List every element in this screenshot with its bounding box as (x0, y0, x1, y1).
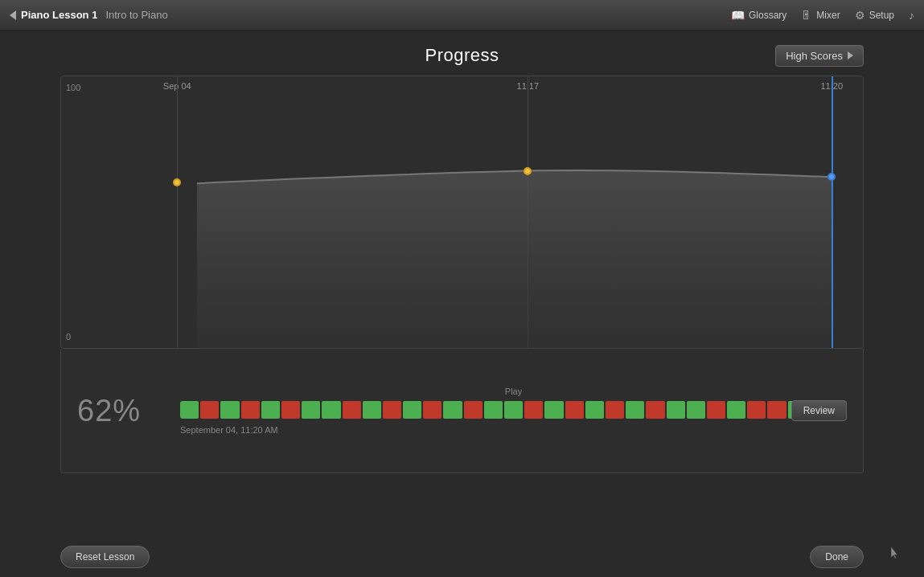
topbar-right-controls: 📖 Glossary 🎚 Mixer ⚙ Setup ♪ (731, 9, 914, 22)
music-icon: ♪ (909, 9, 914, 22)
bar-segment-11 (403, 401, 421, 419)
data-point-sep04 (173, 178, 181, 186)
progress-bar-track (180, 401, 847, 419)
done-label: Done (825, 551, 848, 563)
y-axis-max: 100 (66, 83, 80, 92)
book-icon: 📖 (731, 9, 745, 22)
chart-inner: Sep 04 11:17 11:20 (84, 76, 863, 348)
data-point-1120 (827, 173, 836, 181)
chart-svg (106, 76, 863, 348)
bar-segment-22 (626, 401, 644, 419)
bar-segment-28 (747, 401, 766, 419)
progress-area: Play September 04, 11:20 AM (180, 387, 847, 435)
bar-segment-13 (443, 401, 462, 419)
bar-segment-29 (767, 401, 786, 419)
page-title-area: Progress High Scores (60, 31, 864, 76)
score-suffix: % (113, 394, 141, 428)
setup-label: Setup (869, 10, 894, 21)
reset-label: Reset Lesson (76, 551, 134, 563)
bar-segment-14 (464, 401, 483, 419)
reset-lesson-button[interactable]: Reset Lesson (60, 546, 150, 568)
score-value: 62 (77, 394, 113, 428)
bar-segment-18 (544, 401, 563, 419)
bar-segment-17 (524, 401, 543, 419)
glossary-control[interactable]: 📖 Glossary (731, 9, 786, 22)
bar-segment-23 (646, 401, 664, 419)
session-date-label: September 04, 11:20 AM (180, 425, 847, 435)
review-label: Review (803, 405, 835, 416)
high-scores-button[interactable]: High Scores (775, 45, 864, 67)
footer: Reset Lesson Done (0, 537, 924, 577)
bar-segment-0 (180, 401, 199, 419)
music-control[interactable]: ♪ (909, 9, 914, 22)
bar-segment-6 (302, 401, 320, 419)
progress-chart: 100 0 Sep 04 11:17 11:20 (60, 76, 864, 349)
back-arrow-icon (10, 10, 16, 20)
bar-segment-12 (423, 401, 441, 419)
glossary-label: Glossary (749, 10, 786, 21)
setup-control[interactable]: ⚙ Setup (855, 9, 894, 22)
bar-segment-21 (606, 401, 624, 419)
bar-segment-15 (484, 401, 503, 419)
mixer-icon: 🎚 (801, 9, 812, 22)
score-display: 62% (77, 394, 166, 428)
mixer-label: Mixer (816, 10, 840, 21)
bar-segment-7 (322, 401, 340, 419)
bar-segment-9 (363, 401, 381, 419)
review-button[interactable]: Review (791, 400, 847, 421)
bar-segment-1 (200, 401, 219, 419)
bar-segment-5 (281, 401, 300, 419)
lesson-subtitle: Intro to Piano (105, 9, 167, 21)
bar-segment-19 (565, 401, 584, 419)
done-button[interactable]: Done (810, 546, 864, 568)
bar-segment-25 (687, 401, 705, 419)
mixer-control[interactable]: 🎚 Mixer (801, 9, 840, 22)
high-scores-label: High Scores (786, 50, 843, 62)
bar-segment-20 (585, 401, 604, 419)
bar-segment-16 (504, 401, 523, 419)
bottom-panel: 62% Play September 04, 11:20 AM Review (60, 349, 864, 473)
bar-segment-4 (261, 401, 280, 419)
main-content: Progress High Scores 100 0 Sep 04 11:17 … (0, 31, 924, 473)
data-point-1117 (524, 167, 532, 175)
play-label: Play (180, 387, 847, 396)
topbar: Piano Lesson 1 Intro to Piano 📖 Glossary… (0, 0, 924, 31)
bar-segment-3 (241, 401, 260, 419)
page-title: Progress (425, 45, 499, 66)
bar-segment-10 (383, 401, 401, 419)
gear-icon: ⚙ (855, 9, 865, 22)
bar-segment-24 (667, 401, 685, 419)
y-axis-min: 0 (66, 332, 71, 342)
bar-segment-27 (727, 401, 745, 419)
current-time-line (832, 76, 833, 348)
lesson-title: Piano Lesson 1 (21, 9, 97, 21)
bar-segment-2 (220, 401, 239, 419)
bar-segment-26 (707, 401, 725, 419)
back-button[interactable]: Piano Lesson 1 Intro to Piano (10, 9, 168, 21)
bar-segment-8 (343, 401, 361, 419)
